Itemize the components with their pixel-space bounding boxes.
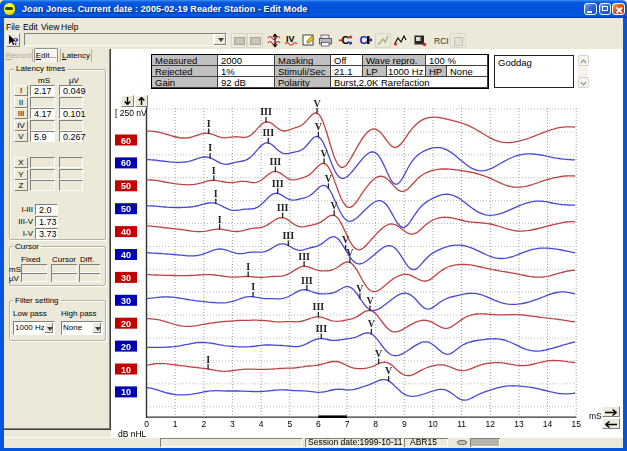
svg-text:V: V xyxy=(385,365,393,376)
svg-text:V: V xyxy=(325,173,333,184)
svg-text:4: 4 xyxy=(259,419,264,429)
svg-text:7: 7 xyxy=(345,419,350,429)
svg-text:5: 5 xyxy=(287,419,292,429)
svg-text:I: I xyxy=(214,188,218,199)
svg-text:C: C xyxy=(360,34,368,46)
svg-text:V: V xyxy=(320,148,328,159)
svg-text:V: V xyxy=(375,348,383,359)
svg-text:60: 60 xyxy=(121,136,131,146)
svg-text:V: V xyxy=(315,121,323,132)
svg-text:III: III xyxy=(272,178,284,189)
svg-text:III: III xyxy=(260,106,272,117)
svg-text:0: 0 xyxy=(144,419,149,429)
svg-text:V: V xyxy=(346,247,354,258)
svg-text:[ 250 nV: [ 250 nV xyxy=(115,108,147,118)
svg-text:10: 10 xyxy=(428,419,438,429)
svg-text:III: III xyxy=(301,275,313,286)
svg-text:V: V xyxy=(368,318,376,329)
svg-text:10: 10 xyxy=(121,365,131,375)
svg-text:I: I xyxy=(246,261,250,272)
svg-text:8: 8 xyxy=(373,419,378,429)
svg-text:9: 9 xyxy=(402,419,407,429)
svg-text:I: I xyxy=(251,281,255,292)
svg-text:11: 11 xyxy=(457,419,466,429)
svg-text:I: I xyxy=(212,165,216,176)
svg-text:10: 10 xyxy=(121,387,131,397)
svg-text:V: V xyxy=(356,283,364,294)
svg-text:30: 30 xyxy=(121,273,131,283)
svg-text:13: 13 xyxy=(514,419,524,429)
svg-text:I: I xyxy=(218,214,222,225)
svg-text:I: I xyxy=(208,142,212,153)
svg-text:V: V xyxy=(366,295,374,306)
svg-text:20: 20 xyxy=(121,319,131,329)
svg-text:6: 6 xyxy=(316,419,321,429)
svg-text:40: 40 xyxy=(121,250,131,260)
svg-text:50: 50 xyxy=(121,181,131,191)
svg-text:60: 60 xyxy=(121,158,131,168)
svg-text:mS: mS xyxy=(589,411,602,421)
svg-text:40: 40 xyxy=(121,227,131,237)
svg-text:50: 50 xyxy=(121,204,131,214)
svg-text:III: III xyxy=(282,230,294,241)
svg-text:dB nHL: dB nHL xyxy=(118,429,147,437)
svg-text:2: 2 xyxy=(201,419,206,429)
svg-text:14: 14 xyxy=(543,419,553,429)
svg-text:1: 1 xyxy=(173,419,178,429)
svg-text:V: V xyxy=(331,200,339,211)
svg-text:20: 20 xyxy=(121,342,131,352)
svg-text:I: I xyxy=(206,354,210,365)
svg-text:12: 12 xyxy=(486,419,496,429)
svg-text:I: I xyxy=(207,118,211,129)
svg-text:RCI: RCI xyxy=(434,36,449,46)
svg-text:III: III xyxy=(262,127,274,138)
svg-text:3: 3 xyxy=(230,419,235,429)
svg-text:III: III xyxy=(277,202,289,213)
svg-text:III: III xyxy=(270,156,282,167)
svg-text:III: III xyxy=(313,301,325,312)
svg-text:III: III xyxy=(315,323,327,334)
svg-text:V: V xyxy=(342,234,350,245)
svg-text:C: C xyxy=(342,34,350,46)
svg-text:15: 15 xyxy=(571,419,581,429)
svg-text:V: V xyxy=(313,98,321,109)
svg-text:III: III xyxy=(298,251,310,262)
svg-text:30: 30 xyxy=(121,296,131,306)
svg-text:?: ? xyxy=(13,35,19,47)
